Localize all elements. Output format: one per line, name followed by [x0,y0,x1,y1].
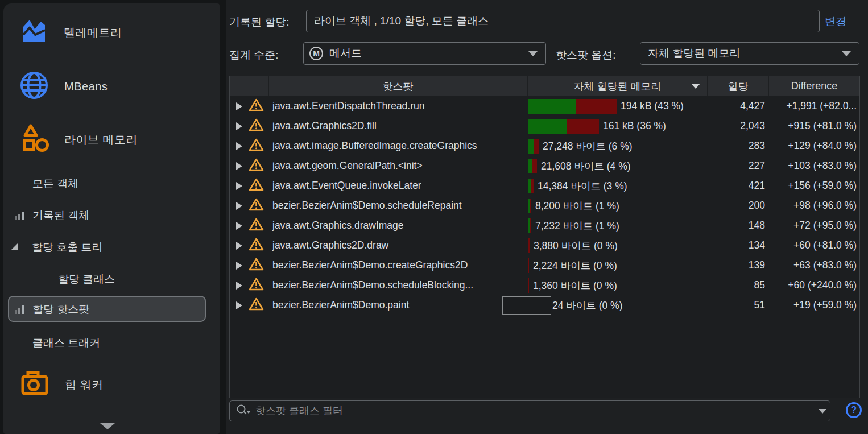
memory-bar [528,179,534,193]
hotspot-name: bezier.BezierAnim$Demo.paint [269,299,528,311]
hotspot-name: java.awt.Graphics2D.draw [269,239,528,251]
live-memory-icon [21,123,49,156]
main-panel: 기록된 할당: 라이브 객체 , 1/10 할당, 모든 클래스 변경 집계 수… [226,0,868,434]
column-header-expander[interactable] [230,76,269,96]
expand-row-icon[interactable] [236,182,242,190]
expand-row-icon[interactable] [236,142,242,150]
sidebar-item-recorded-objects[interactable]: 기록된 객체 [15,207,89,224]
sidebar-item-allocation-call-tree[interactable]: 할당 호출 트리 [10,239,103,256]
allocations-value: 4,427 [708,100,769,112]
sidebar-item-label: 할당 클래스 [58,272,115,287]
memory-value: 3,880 바이트 (0 %) [534,239,618,253]
empty-tooltip-box [502,296,551,315]
sidebar-item-allocation-hotspots[interactable]: 할당 핫스팟 [15,301,89,318]
expand-row-icon[interactable] [236,282,242,290]
memory-bar [528,238,530,253]
allocations-value: 85 [708,279,769,291]
hotspots-table: 핫스팟 자체 할당된 메모리 할당 Difference java.awt.Ev… [229,76,860,398]
memory-value: 21,608 바이트 (4 %) [541,159,631,173]
difference-value: +19 (+59.0 %) [769,299,859,311]
expand-row-icon[interactable] [236,242,242,250]
sidebar-item-live-memory[interactable]: 라이브 메모리 [21,123,138,156]
column-header-memory[interactable]: 자체 할당된 메모리 [528,76,708,96]
table-row[interactable]: java.awt.EventDispatchThread.run194 kB (… [230,96,859,116]
column-header-allocations[interactable]: 할당 [708,76,769,96]
warning-icon [249,177,264,195]
difference-value: +1,991 (+82.0... [769,100,859,112]
hotspot-name: java.awt.geom.GeneralPath.<init> [269,160,528,172]
memory-value: 194 kB (43 %) [621,100,684,112]
sidebar-item-label: 힙 워커 [65,377,104,392]
warning-icon [249,98,264,115]
help-icon[interactable]: ? [846,402,862,418]
recorded-allocations-field[interactable]: 라이브 객체 , 1/10 할당, 모든 클래스 [306,10,820,32]
table-row[interactable]: java.awt.Graphics2D.draw3,880 바이트 (0 %)1… [230,235,859,255]
table-row[interactable]: bezier.BezierAnim$Demo.paint24 바이트 (0 %)… [230,295,859,315]
allocations-value: 51 [708,299,769,311]
allocations-value: 421 [708,180,769,192]
difference-value: +63 (+83.0 %) [769,259,859,271]
hotspot-options-select[interactable]: 자체 할당된 메모리 [640,42,859,65]
warning-icon [249,118,264,135]
memory-value: 27,248 바이트 (6 %) [543,139,633,153]
difference-value: +98 (+96.0 %) [769,200,859,212]
bar-red [530,218,531,233]
bar-green [528,159,532,173]
difference-value: +72 (+95.0 %) [769,220,859,232]
memory-value: 7,232 바이트 (1 %) [535,219,619,233]
sidebar-item-telemetry[interactable]: 텔레메트리 [20,16,122,49]
telemetry-chart-icon [20,16,48,49]
filter-bar [229,400,830,421]
memory-bar [528,159,537,173]
allocations-value: 148 [708,220,769,232]
bar-green [528,119,567,134]
bar-green [528,139,534,154]
hotspot-options-label: 핫스팟 옵션: [556,48,616,63]
sidebar-item-all-objects[interactable]: 모든 객체 [32,176,78,192]
sidebar-item-class-tracker[interactable]: 클래스 트래커 [32,334,100,352]
sidebar-item-label: 라이브 메모리 [64,132,138,147]
bar-chart-icon [15,209,26,222]
change-link[interactable]: 변경 [825,14,846,29]
table-row[interactable]: bezier.BezierAnim$Demo.createGraphics2D2… [230,255,859,275]
table-row[interactable]: java.awt.EventQueue.invokeLater14,384 바이… [230,176,859,196]
memory-value: 2,224 바이트 (0 %) [533,259,617,272]
expand-row-icon[interactable] [236,102,242,110]
expand-row-icon[interactable] [236,301,242,309]
expand-row-icon[interactable] [236,262,242,270]
difference-value: +60 (+240.0 %) [769,279,859,291]
column-header-difference[interactable]: Difference [769,76,859,96]
sidebar-item-mbeans[interactable]: MBeans [19,70,108,103]
warning-icon [249,237,264,254]
hotspot-class-filter-input[interactable] [255,401,815,421]
table-row[interactable]: bezier.BezierAnim$Demo.scheduleBlocking.… [230,275,859,295]
method-icon: M [309,47,323,60]
sidebar-scroll-down-icon[interactable] [100,423,115,429]
expand-row-icon[interactable] [236,162,242,170]
expand-row-icon[interactable] [236,202,242,210]
aggregation-level-label: 집계 수준: [229,48,279,63]
aggregation-level-select[interactable]: M 메서드 [303,42,546,65]
memory-value: 8,200 바이트 (1 %) [535,199,619,213]
memory-value: 14,384 바이트 (3 %) [538,179,627,193]
chevron-down-icon [528,51,538,56]
memory-value: 24 바이트 (0 %) [552,299,623,312]
column-header-hotspot[interactable]: 핫스팟 [269,76,528,96]
hotspot-name: java.awt.image.BufferedImage.createGraph… [269,140,528,152]
allocations-value: 2,043 [708,120,769,132]
expand-row-icon[interactable] [236,122,242,130]
warning-icon [249,277,264,294]
sidebar-item-heap-walker[interactable]: 힙 워커 [20,368,104,401]
table-row[interactable]: java.awt.geom.GeneralPath.<init>21,608 바… [230,156,859,176]
warning-icon [249,138,264,155]
table-row[interactable]: java.awt.Graphics2D.fill161 kB (36 %)2,0… [230,116,859,136]
table-row[interactable]: java.awt.Graphics.drawImage7,232 바이트 (1 … [230,216,859,235]
chevron-down-icon [842,51,851,56]
chevron-down-icon [819,409,826,414]
sidebar-item-allocation-classes[interactable]: 할당 클래스 [58,271,115,288]
aggregation-level-value: 메서드 [329,46,528,61]
expand-row-icon[interactable] [236,222,242,230]
table-row[interactable]: bezier.BezierAnim$Demo.scheduleRepaint8,… [230,196,859,216]
table-row[interactable]: java.awt.image.BufferedImage.createGraph… [230,136,859,156]
filter-dropdown-button[interactable] [815,401,830,421]
